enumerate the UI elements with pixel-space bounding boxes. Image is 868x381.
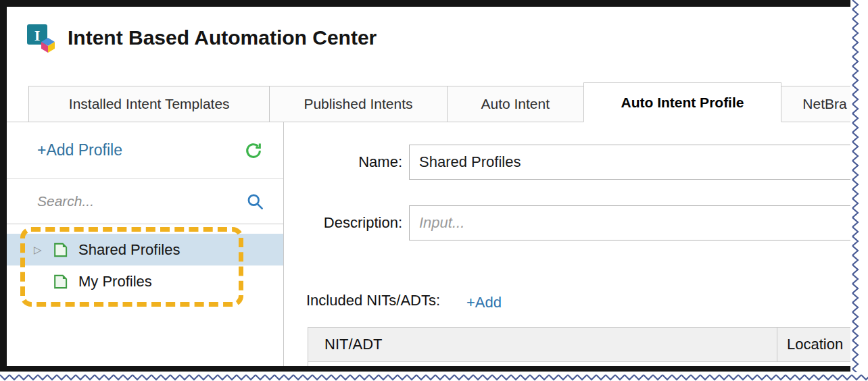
profile-sidebar: +Add Profile ▷ Shared Profil bbox=[7, 122, 284, 372]
nit-adt-table: NIT/ADT Location bbox=[308, 327, 868, 372]
tree-item-shared-profiles[interactable]: ▷ Shared Profiles bbox=[7, 234, 283, 265]
search-row bbox=[7, 179, 283, 224]
profile-folder-icon bbox=[51, 241, 69, 259]
tree-item-label: Shared Profiles bbox=[78, 241, 180, 259]
name-input[interactable] bbox=[409, 145, 868, 180]
description-input[interactable] bbox=[409, 205, 868, 240]
profile-folder-icon bbox=[51, 273, 69, 290]
add-profile-row: +Add Profile bbox=[7, 122, 283, 179]
table-empty-row bbox=[308, 361, 867, 371]
tab-published-intents[interactable]: Published Intents bbox=[269, 86, 447, 122]
add-profile-button[interactable]: +Add Profile bbox=[37, 141, 122, 159]
included-nits-label: Included NITs/ADTs: bbox=[306, 292, 440, 309]
tab-installed-intent-templates[interactable]: Installed Intent Templates bbox=[28, 86, 270, 122]
tree-item-label: My Profiles bbox=[78, 273, 152, 290]
page-title: Intent Based Automation Center bbox=[68, 26, 377, 49]
torn-edge-bottom bbox=[0, 372, 868, 381]
tab-auto-intent[interactable]: Auto Intent bbox=[447, 86, 585, 122]
search-input[interactable] bbox=[37, 193, 246, 209]
tree-item-my-profiles[interactable]: My Profiles bbox=[7, 265, 283, 297]
description-label: Description: bbox=[284, 205, 402, 240]
column-header-nit-adt: NIT/ADT bbox=[308, 328, 777, 361]
expand-caret-icon[interactable]: ▷ bbox=[34, 245, 51, 255]
table-header-row: NIT/ADT Location bbox=[308, 328, 867, 361]
app-logo-icon: I bbox=[26, 22, 58, 54]
search-icon[interactable] bbox=[246, 193, 264, 211]
tab-auto-intent-profile[interactable]: Auto Intent Profile bbox=[583, 82, 781, 122]
profile-tree: ▷ Shared Profiles My Profiles bbox=[7, 224, 283, 297]
torn-edge-right bbox=[850, 0, 868, 381]
refresh-icon[interactable] bbox=[244, 141, 263, 160]
tab-bar: Installed Intent Templates Published Int… bbox=[7, 82, 868, 122]
svg-text:I: I bbox=[34, 27, 41, 44]
name-label: Name: bbox=[284, 145, 402, 180]
add-nit-button[interactable]: +Add bbox=[466, 294, 502, 311]
app-header: I Intent Based Automation Center bbox=[26, 22, 377, 54]
